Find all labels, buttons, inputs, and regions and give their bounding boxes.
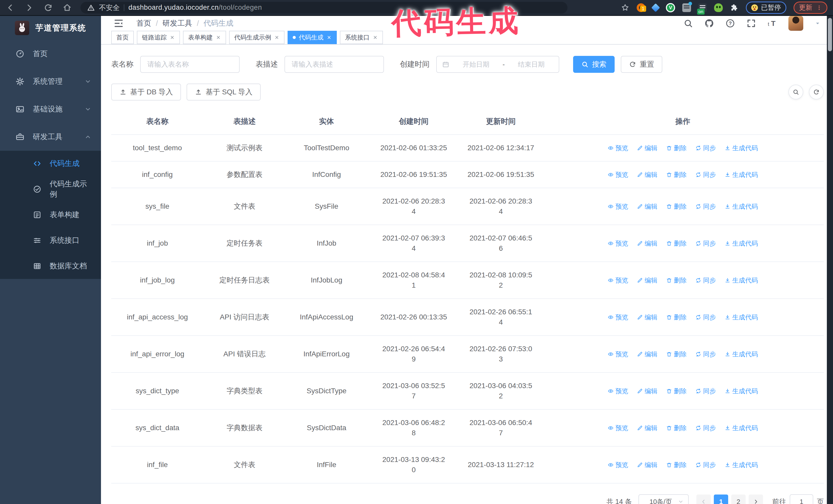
tab-home[interactable]: 首页 <box>111 31 134 44</box>
action-trash-link[interactable]: 删除 <box>666 169 687 180</box>
action-download-link[interactable]: 生成代码 <box>724 238 758 248</box>
page-size-select[interactable]: 10条/页 <box>639 494 689 504</box>
action-pencil-link[interactable]: 编辑 <box>637 275 658 285</box>
avatar-caret-down-icon[interactable] <box>814 20 821 26</box>
import-db-button[interactable]: 基于 DB 导入 <box>111 83 181 100</box>
tab-system-api[interactable]: 系统接口 <box>340 31 383 44</box>
action-eye-link[interactable]: 预览 <box>608 275 628 285</box>
action-sync-link[interactable]: 同步 <box>695 143 716 153</box>
action-trash-link[interactable]: 删除 <box>666 386 687 396</box>
action-sync-link[interactable]: 同步 <box>695 201 716 212</box>
extensions-puzzle-icon[interactable] <box>730 3 739 12</box>
action-eye-link[interactable]: 预览 <box>608 312 628 322</box>
action-trash-link[interactable]: 删除 <box>666 201 687 212</box>
action-download-link[interactable]: 生成代码 <box>724 423 758 433</box>
browser-home-icon[interactable] <box>63 3 72 12</box>
browser-menu-dots-icon[interactable] <box>816 4 822 11</box>
page-number-2[interactable]: 2 <box>731 495 745 504</box>
address-bar[interactable]: 不安全 dashboard.yudao.iocoder.cn/tool/code… <box>80 2 568 14</box>
table-name-input[interactable] <box>140 56 240 73</box>
action-download-link[interactable]: 生成代码 <box>724 460 758 470</box>
toggle-search-button[interactable] <box>788 85 803 99</box>
action-pencil-link[interactable]: 编辑 <box>637 460 658 470</box>
header-search-icon[interactable] <box>683 19 693 28</box>
tab-codegen-example[interactable]: 代码生成示例 <box>229 31 285 44</box>
action-download-link[interactable]: 生成代码 <box>724 275 758 285</box>
action-pencil-link[interactable]: 编辑 <box>637 169 658 180</box>
sidebar-item-codegen-example[interactable]: 代码生成示例 <box>0 176 101 202</box>
action-eye-link[interactable]: 预览 <box>608 349 628 359</box>
action-trash-link[interactable]: 删除 <box>666 275 687 285</box>
github-icon[interactable] <box>704 19 714 28</box>
action-eye-link[interactable]: 预览 <box>608 460 628 470</box>
action-download-link[interactable]: 生成代码 <box>724 201 758 212</box>
action-pencil-link[interactable]: 编辑 <box>637 201 658 212</box>
refresh-table-button[interactable] <box>809 85 824 99</box>
action-download-link[interactable]: 生成代码 <box>724 169 758 180</box>
action-sync-link[interactable]: 同步 <box>695 423 716 433</box>
action-eye-link[interactable]: 预览 <box>608 238 628 248</box>
page-number-1[interactable]: 1 <box>714 495 728 504</box>
action-eye-link[interactable]: 预览 <box>608 386 628 396</box>
extension-alien-icon[interactable] <box>714 3 723 12</box>
action-pencil-link[interactable]: 编辑 <box>637 423 658 433</box>
font-size-icon[interactable]: tT <box>767 19 777 28</box>
tab-trace[interactable]: 链路追踪 <box>137 31 180 44</box>
action-trash-link[interactable]: 删除 <box>666 349 687 359</box>
extension-v-icon[interactable]: V <box>666 3 675 12</box>
browser-reload-icon[interactable] <box>44 3 53 12</box>
breadcrumb-item[interactable]: 研发工具 <box>163 18 192 28</box>
sidebar-item-dev-tools[interactable]: 研发工具 <box>0 123 101 151</box>
extension-sliders-icon[interactable] <box>682 3 691 12</box>
action-pencil-link[interactable]: 编辑 <box>637 386 658 396</box>
action-trash-link[interactable]: 删除 <box>666 238 687 248</box>
action-pencil-link[interactable]: 编辑 <box>637 238 658 248</box>
action-download-link[interactable]: 生成代码 <box>724 386 758 396</box>
action-sync-link[interactable]: 同步 <box>695 275 716 285</box>
action-download-link[interactable]: 生成代码 <box>724 143 758 153</box>
action-trash-link[interactable]: 删除 <box>666 460 687 470</box>
action-pencil-link[interactable]: 编辑 <box>637 143 658 153</box>
sidebar-item-infrastructure[interactable]: 基础设施 <box>0 95 101 123</box>
tab-form-builder[interactable]: 表单构建 <box>183 31 226 44</box>
action-download-link[interactable]: 生成代码 <box>724 349 758 359</box>
action-sync-link[interactable]: 同步 <box>695 238 716 248</box>
browser-back-icon[interactable] <box>6 3 15 12</box>
action-eye-link[interactable]: 预览 <box>608 201 628 212</box>
sidebar-item-codegen[interactable]: 代码生成 <box>0 151 101 176</box>
action-pencil-link[interactable]: 编辑 <box>637 312 658 322</box>
fullscreen-icon[interactable] <box>746 19 756 28</box>
action-download-link[interactable]: 生成代码 <box>724 312 758 322</box>
sidebar-item-form-builder[interactable]: 表单构建 <box>0 202 101 227</box>
action-eye-link[interactable]: 预览 <box>608 423 628 433</box>
goto-page-input[interactable] <box>790 494 813 504</box>
extension-proxy-icon[interactable]: on <box>698 3 707 12</box>
help-icon[interactable]: ? <box>725 19 735 28</box>
action-sync-link[interactable]: 同步 <box>695 460 716 470</box>
page-scrollbar[interactable] <box>827 16 833 504</box>
next-page-button[interactable] <box>749 495 763 504</box>
bookmark-star-icon[interactable] <box>621 3 629 12</box>
import-sql-button[interactable]: 基于 SQL 导入 <box>187 83 261 100</box>
sidebar-item-system-manage[interactable]: 系统管理 <box>0 68 101 95</box>
app-logo-row[interactable]: 芋道管理系统 <box>0 16 101 40</box>
sidebar-item-system-api[interactable]: 系统接口 <box>0 227 101 253</box>
action-eye-link[interactable]: 预览 <box>608 143 628 153</box>
browser-update-button[interactable]: 更新 <box>793 2 827 14</box>
create-time-range-picker[interactable]: 开始日期 - 结束日期 <box>436 56 559 73</box>
browser-forward-icon[interactable] <box>25 3 34 12</box>
profile-paused-badge[interactable]: 已暂停 <box>746 2 786 14</box>
action-sync-link[interactable]: 同步 <box>695 386 716 396</box>
table-desc-input[interactable] <box>285 56 384 73</box>
extension-orange-icon[interactable]: 1 <box>637 3 645 12</box>
search-button[interactable]: 搜索 <box>573 56 615 73</box>
action-trash-link[interactable]: 删除 <box>666 423 687 433</box>
sidebar-item-home[interactable]: 首页 <box>0 40 101 68</box>
prev-page-button[interactable] <box>696 495 711 504</box>
reset-button[interactable]: 重置 <box>621 56 662 73</box>
action-trash-link[interactable]: 删除 <box>666 312 687 322</box>
sidebar-collapse-icon[interactable] <box>113 18 124 29</box>
sidebar-item-db-doc[interactable]: 数据库文档 <box>0 253 101 279</box>
action-sync-link[interactable]: 同步 <box>695 169 716 180</box>
action-pencil-link[interactable]: 编辑 <box>637 349 658 359</box>
